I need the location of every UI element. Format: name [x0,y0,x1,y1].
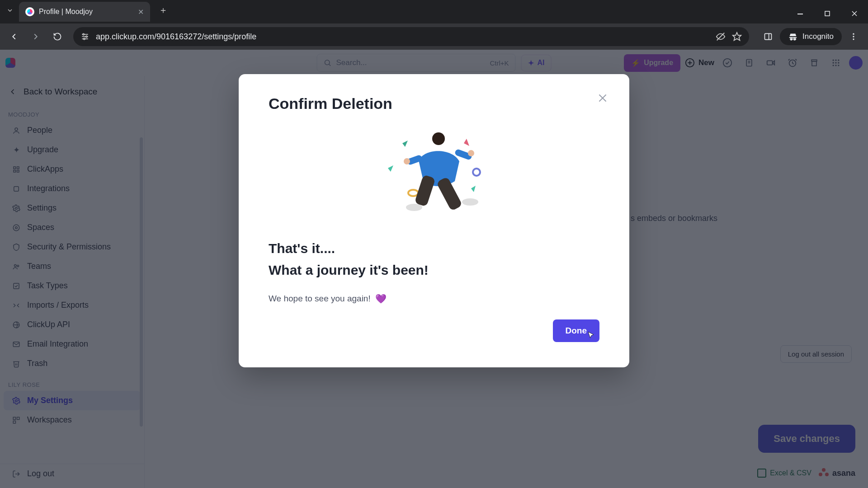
tab-favicon [25,7,34,16]
tracking-protection-icon[interactable] [716,32,726,42]
modal-heading-line2: What a journey it's been! [269,263,599,278]
heart-icon: 💜 [375,293,387,304]
svg-marker-70 [471,186,476,192]
svg-marker-68 [402,141,408,147]
svg-marker-67 [388,165,393,172]
cursor-icon [587,331,595,339]
close-icon [597,92,609,104]
svg-point-80 [468,150,474,156]
window-close[interactable] [841,4,868,23]
app-root: Search... Ctrl+K ✦ AI ⚡ Upgrade New [0,50,868,488]
window-maximize[interactable] [814,4,841,23]
incognito-label: Incognito [802,32,834,41]
svg-point-73 [432,132,445,145]
modal-overlay[interactable]: Confirm Deletion [0,50,868,488]
tab-title: Profile | Moodjoy [39,8,133,16]
bookmark-star-icon[interactable] [732,32,742,42]
svg-rect-1 [825,11,830,16]
confirm-deletion-modal: Confirm Deletion [239,74,629,367]
done-label: Done [566,326,587,335]
incognito-chip[interactable]: Incognito [780,28,842,45]
nav-back[interactable] [5,27,24,46]
window-minimize[interactable] [787,4,814,23]
svg-point-8 [86,36,87,37]
svg-point-17 [853,36,854,37]
svg-point-71 [473,169,480,176]
nav-forward[interactable] [26,27,45,46]
svg-point-18 [853,38,854,40]
svg-point-81 [404,158,410,164]
nav-reload[interactable] [48,27,67,46]
browser-tab[interactable]: Profile | Moodjoy ✕ [19,2,150,22]
omnibox[interactable]: app.clickup.com/9016163272/settings/prof… [73,27,749,46]
modal-title: Confirm Deletion [269,95,599,113]
svg-point-72 [408,190,418,196]
browser-toolbar: app.clickup.com/9016163272/settings/prof… [0,23,868,50]
modal-illustration [269,121,599,234]
svg-point-9 [84,38,85,39]
omnibox-url: app.clickup.com/9016163272/settings/prof… [96,32,709,42]
browser-menu-icon[interactable] [844,27,863,46]
modal-heading-line1: That's it.... [269,241,599,256]
new-tab-button[interactable]: ＋ [156,3,170,17]
svg-rect-12 [765,33,772,39]
svg-point-76 [406,204,422,211]
modal-body-text: We hope to see you again! [269,294,371,304]
svg-rect-0 [797,14,803,14]
svg-marker-11 [733,33,741,40]
svg-point-77 [462,198,478,206]
svg-point-7 [83,33,84,35]
svg-rect-75 [436,177,463,211]
modal-close-button[interactable] [594,89,611,107]
side-panel-icon[interactable] [758,27,778,46]
svg-marker-69 [464,139,469,146]
site-settings-icon[interactable] [80,32,90,41]
incognito-icon [788,32,798,42]
tab-list-dropdown[interactable] [4,4,16,17]
svg-point-16 [853,33,854,35]
browser-titlebar: Profile | Moodjoy ✕ ＋ [0,0,868,23]
done-button[interactable]: Done [553,319,600,342]
tab-close-icon[interactable]: ✕ [138,8,144,16]
